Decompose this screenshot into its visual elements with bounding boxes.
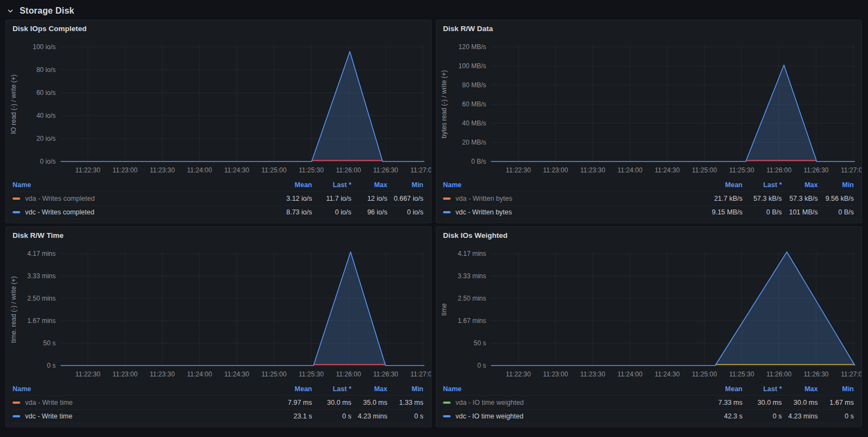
legend-col-name[interactable]: Name [13, 181, 263, 189]
series-mean-value: 23.1 s [263, 412, 312, 420]
legend-series-toggle[interactable]: vdc - IO time weighted [443, 412, 693, 420]
panel-title[interactable]: Disk R/W Data [436, 20, 861, 39]
series-color-marker[interactable] [443, 197, 451, 200]
series-mean-value: 7.97 ms [263, 399, 312, 406]
series-max-value: 4.23 mins [351, 412, 387, 420]
legend-series-toggle[interactable]: vda - Write time [13, 399, 263, 406]
legend-col-mean[interactable]: Mean [263, 385, 312, 393]
legend-row-vdc: vdc - Writes completed8.73 io/s0 io/s96 … [13, 205, 423, 219]
legend-series-toggle[interactable]: vdc - Write time [13, 412, 263, 420]
y-tick-label: 1.67 mins [458, 317, 486, 325]
time-series-chart[interactable]: 11:22:3011:23:0011:23:3011:24:0011:24:30… [436, 246, 861, 382]
legend-col-last[interactable]: Last * [312, 385, 351, 393]
legend-row-vda: vda - Writes completed3.12 io/s11.7 io/s… [13, 191, 423, 205]
legend-col-max[interactable]: Max [351, 385, 387, 393]
legend-col-name[interactable]: Name [443, 181, 693, 189]
series-name[interactable]: vda - Writes completed [25, 195, 95, 202]
time-series-chart[interactable]: 11:22:3011:23:0011:23:3011:24:0011:24:30… [6, 246, 431, 382]
y-tick-label: 2.50 mins [27, 295, 56, 302]
legend-header-row: NameMeanLast *MaxMin [13, 383, 423, 395]
series-color-marker[interactable] [443, 402, 451, 404]
y-tick-label: 50 s [43, 339, 56, 347]
legend-col-mean[interactable]: Mean [693, 385, 743, 393]
series-name[interactable]: vdc - IO time weighted [456, 412, 523, 420]
x-tick-label: 11:25:30 [729, 370, 755, 378]
series-name[interactable]: vdc - Writes completed [25, 208, 94, 216]
legend-col-min[interactable]: Min [387, 181, 423, 189]
x-tick-label: 11:23:30 [580, 166, 606, 174]
legend-series-toggle[interactable]: vdc - Written bytes [443, 208, 693, 216]
series-mean-value: 42.3 s [693, 412, 743, 420]
legend-row-vdc: vdc - Written bytes9.15 MB/s0 B/s101 MB/… [443, 205, 854, 219]
y-axis-title: time [440, 303, 448, 316]
series-max-value: 4.23 mins [782, 412, 818, 420]
legend-header-row: NameMeanLast *MaxMin [13, 179, 423, 191]
y-tick-label: 80 MB/s [462, 81, 486, 89]
x-tick-label: 11:26:30 [373, 166, 398, 174]
y-axis-title: bytes read (-) / write (+) [440, 70, 448, 138]
panel-title[interactable]: Disk IOs Weighted [436, 227, 861, 246]
time-series-chart[interactable]: 11:22:3011:23:0011:23:3011:24:0011:24:30… [6, 39, 431, 178]
x-tick-label: 11:25:00 [261, 166, 286, 174]
panel-title[interactable]: Disk IOps Completed [6, 20, 431, 39]
series-color-marker[interactable] [13, 197, 20, 200]
series-last-value: 30.0 ms [312, 399, 351, 406]
x-tick-label: 11:22:30 [506, 370, 531, 378]
series-name[interactable]: vda - Written bytes [456, 195, 512, 202]
series-color-marker[interactable] [443, 415, 451, 417]
x-tick-label: 11:23:30 [150, 166, 175, 174]
legend-col-min[interactable]: Min [818, 181, 854, 189]
series-color-marker[interactable] [13, 402, 20, 404]
chevron-down-icon [7, 7, 14, 15]
x-tick-label: 11:24:30 [655, 166, 680, 174]
panel-disk-r-w-data: Disk R/W Data11:22:3011:23:0011:23:3011:… [436, 20, 862, 223]
y-tick-label: 20 io/s [37, 135, 56, 142]
legend-col-min[interactable]: Min [818, 385, 854, 393]
series-min-value: 0.667 io/s [387, 195, 423, 202]
y-axis-title: IO read (-) / write (+) [10, 74, 17, 134]
x-tick-label: 11:24:00 [618, 370, 643, 378]
time-series-chart[interactable]: 11:22:3011:23:0011:23:3011:24:0011:24:30… [436, 39, 861, 178]
legend-row-vdc: vdc - IO time weighted42.3 s0 s4.23 mins… [443, 409, 854, 423]
legend-col-max[interactable]: Max [782, 181, 818, 189]
y-tick-label: 1.67 mins [27, 317, 56, 325]
row-header-storage-disk[interactable]: Storage Disk [0, 0, 79, 20]
series-last-value: 57.3 kB/s [743, 195, 782, 202]
x-tick-label: 11:23:00 [112, 370, 137, 378]
y-tick-label: 100 MB/s [458, 62, 486, 70]
series-name[interactable]: vda - IO time weighted [456, 399, 524, 406]
legend-series-toggle[interactable]: vda - Written bytes [443, 195, 693, 202]
series-name[interactable]: vda - Write time [25, 399, 73, 406]
legend-row-vda: vda - Write time7.97 ms30.0 ms35.0 ms1.3… [13, 395, 423, 409]
legend-col-name[interactable]: Name [13, 385, 263, 393]
legend-col-mean[interactable]: Mean [693, 181, 743, 189]
legend-col-max[interactable]: Max [782, 385, 818, 393]
x-tick-label: 11:25:30 [299, 166, 324, 174]
legend-series-toggle[interactable]: vda - IO time weighted [443, 399, 693, 406]
x-tick-label: 11:26:30 [804, 370, 829, 378]
legend-series-toggle[interactable]: vdc - Writes completed [13, 208, 263, 216]
series-area-vdc [312, 51, 382, 161]
panel-title[interactable]: Disk R/W Time [6, 227, 431, 246]
series-max-value: 96 io/s [351, 208, 387, 216]
series-area-vdc [746, 65, 817, 161]
series-color-marker[interactable] [13, 415, 20, 417]
legend-col-last[interactable]: Last * [312, 181, 351, 189]
y-tick-label: 40 MB/s [462, 119, 486, 127]
y-tick-label: 20 MB/s [462, 139, 486, 146]
series-color-marker[interactable] [13, 211, 20, 213]
series-name[interactable]: vdc - Written bytes [456, 208, 512, 216]
y-tick-label: 40 io/s [37, 112, 56, 119]
series-name[interactable]: vdc - Write time [25, 412, 73, 420]
series-last-value: 11.7 io/s [312, 195, 351, 202]
legend-series-toggle[interactable]: vda - Writes completed [13, 195, 263, 202]
legend-col-name[interactable]: Name [443, 385, 693, 393]
legend-col-mean[interactable]: Mean [263, 181, 312, 189]
series-mean-value: 3.12 io/s [263, 195, 312, 202]
series-color-marker[interactable] [443, 211, 451, 213]
legend-col-min[interactable]: Min [387, 385, 423, 393]
legend-col-max[interactable]: Max [351, 181, 387, 189]
legend-col-last[interactable]: Last * [743, 385, 782, 393]
x-tick-label: 11:23:30 [150, 370, 175, 378]
legend-col-last[interactable]: Last * [743, 181, 782, 189]
